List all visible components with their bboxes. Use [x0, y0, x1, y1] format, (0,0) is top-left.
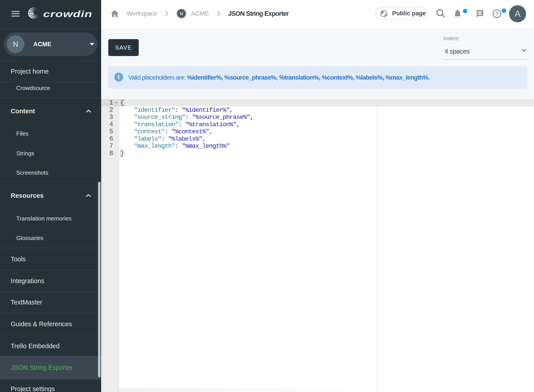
svg-text:?: ? [495, 11, 499, 17]
